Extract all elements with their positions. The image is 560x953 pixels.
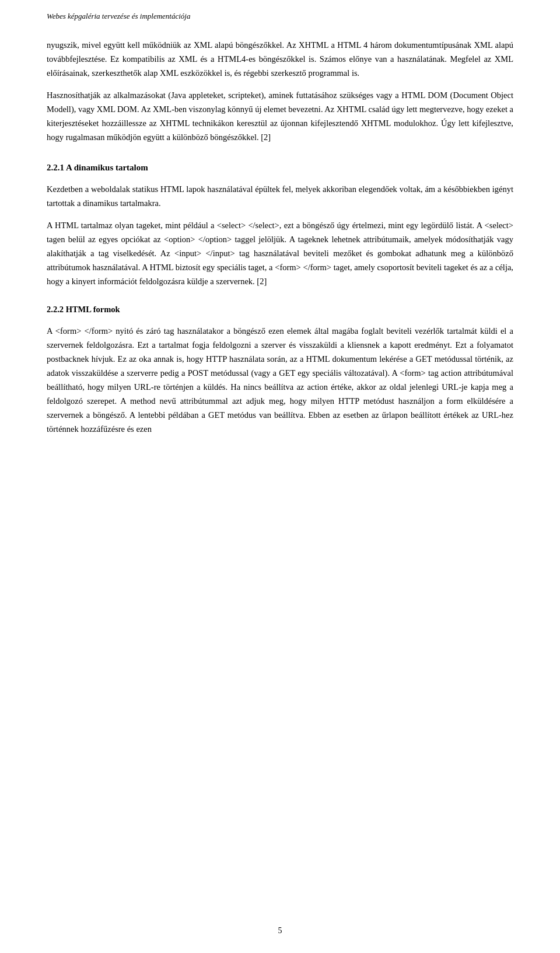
header-title: Webes képgaléria tervezése és implementá… xyxy=(47,12,190,20)
content-area: nyugszik, mivel együtt kell működniük az… xyxy=(47,39,513,436)
page: Webes képgaléria tervezése és implementá… xyxy=(0,0,560,953)
page-footer: 5 xyxy=(0,926,560,935)
paragraph-1: nyugszik, mivel együtt kell működniük az… xyxy=(47,39,513,81)
section-221-heading: 2.2.1 A dinamikus tartalom xyxy=(47,160,513,174)
section-221-paragraph-1: Kezdetben a weboldalak statikus HTML lap… xyxy=(47,183,513,211)
section-221-paragraph-2: A HTML tartalmaz olyan tageket, mint pél… xyxy=(47,219,513,289)
page-number: 5 xyxy=(278,926,282,935)
paragraph-2: Hasznosíthatják az alkalmazásokat (Java … xyxy=(47,89,513,145)
page-header: Webes képgaléria tervezése és implementá… xyxy=(47,12,513,27)
section-222-paragraph-1: A <form> </form> nyitó és záró tag haszn… xyxy=(47,324,513,436)
section-222-heading: 2.2.2 HTML formok xyxy=(47,303,513,316)
